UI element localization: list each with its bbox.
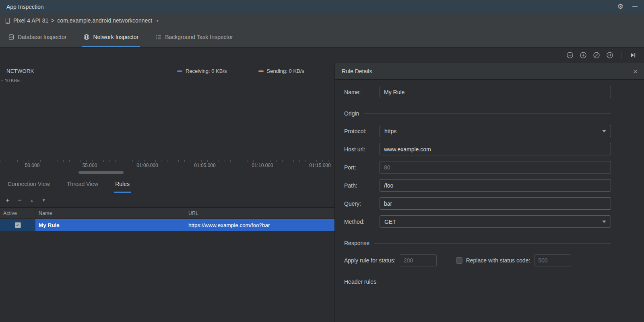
timeline-tick-label: 01:00.000 <box>136 163 158 168</box>
column-header-name[interactable]: Name <box>35 208 185 219</box>
rules-toolbar: + − ▲ ▼ <box>0 193 334 208</box>
chevron-down-icon: ▾ <box>156 18 159 23</box>
tab-thread-view[interactable]: Thread View <box>66 176 99 193</box>
sending-swatch-icon <box>258 70 264 72</box>
rule-url-cell[interactable]: https://www.example.com/foo?bar <box>185 219 334 231</box>
zoom-to-selection-button[interactable] <box>606 51 614 59</box>
timeline-tick-label: 01:05.000 <box>194 163 215 168</box>
method-value: GET <box>384 219 396 225</box>
query-input[interactable] <box>380 197 611 210</box>
rule-details-panel: Rule Details × Name: Origin Protocol: ht… <box>335 63 644 322</box>
toolbar-divider <box>621 51 621 59</box>
dropdown-arrow-icon <box>602 130 606 132</box>
move-rule-down-button[interactable]: ▼ <box>42 198 46 202</box>
y-axis-tick <box>1 80 3 81</box>
method-field-row: Method: GET <box>344 215 611 228</box>
method-label: Method: <box>344 219 380 225</box>
network-chart-title: NETWORK <box>6 68 34 74</box>
task-list-icon <box>155 34 162 40</box>
protocol-select[interactable]: https <box>380 125 611 137</box>
path-field-row: Path: <box>344 179 611 192</box>
status-code-input[interactable] <box>400 254 437 266</box>
scrollbar-thumb[interactable] <box>78 171 124 174</box>
rule-active-checkbox[interactable]: ✓ <box>15 222 21 228</box>
name-label: Name: <box>344 89 380 95</box>
device-bar: Pixel 4 API 31 > com.example.android.net… <box>0 13 644 28</box>
rule-details-title: Rule Details <box>342 68 372 74</box>
origin-section-label: Origin <box>344 110 359 117</box>
device-process-selector[interactable]: Pixel 4 API 31 > com.example.android.net… <box>5 17 159 24</box>
remove-rule-button[interactable]: − <box>18 197 22 204</box>
table-row[interactable]: ✓ My Rule https://www.example.com/foo?ba… <box>0 219 334 231</box>
view-tab-bar: Connection View Thread View Rules <box>0 176 334 193</box>
close-icon[interactable]: × <box>633 68 638 75</box>
timeline-tick-label: 01:15.000 <box>309 163 330 168</box>
response-section-label: Response <box>344 240 369 246</box>
column-header-active[interactable]: Active <box>0 208 35 219</box>
title-bar: App Inspection ⚙ <box>0 0 644 13</box>
reset-zoom-button[interactable] <box>592 51 601 59</box>
y-axis-label: 10 KB/s <box>1 78 21 83</box>
apply-status-label: Apply rule for status: <box>344 257 396 264</box>
axis-tick-marks <box>0 160 334 162</box>
main-content: NETWORK 10 KB/s Receiving: 0 KB/s Sendin… <box>0 63 644 322</box>
device-separator: > <box>51 17 54 24</box>
add-rule-button[interactable]: + <box>6 197 10 204</box>
legend-receiving: Receiving: 0 KB/s <box>177 68 227 74</box>
protocol-value: https <box>384 128 396 134</box>
tab-background-task-inspector[interactable]: Background Task Inspector <box>154 28 235 47</box>
rule-details-header: Rule Details × <box>335 63 644 80</box>
dropdown-arrow-icon <box>602 221 606 223</box>
window-title: App Inspection <box>6 4 44 10</box>
settings-gear-icon[interactable]: ⚙ <box>617 3 623 10</box>
horizontal-scrollbar <box>0 170 334 176</box>
rule-details-body: Name: Origin Protocol: https Host url: <box>335 80 644 322</box>
replace-status-code-input[interactable] <box>534 254 571 266</box>
path-label: Path: <box>344 182 380 189</box>
protocol-label: Protocol: <box>344 128 380 134</box>
database-icon <box>8 34 14 40</box>
timeline-axis: 50.000 55.000 01:00.000 01:05.000 01:10.… <box>0 160 334 170</box>
timeline-tick-label: 50.000 <box>25 163 40 168</box>
rule-active-cell: ✓ <box>0 219 35 231</box>
legend-sending: Sending: 0 KB/s <box>258 68 304 74</box>
protocol-field-row: Protocol: https <box>344 125 611 137</box>
rule-name-cell[interactable]: My Rule <box>35 219 185 231</box>
minimize-icon[interactable] <box>632 6 638 7</box>
name-field-row: Name: <box>344 86 611 98</box>
receiving-swatch-icon <box>177 70 182 72</box>
tab-network-inspector[interactable]: Network Inspector <box>82 28 140 47</box>
timeline-tick-label: 55.000 <box>83 163 97 168</box>
phone-icon <box>5 17 10 24</box>
chart-legend: Receiving: 0 KB/s Sending: 0 KB/s <box>177 68 304 74</box>
method-select[interactable]: GET <box>380 215 611 228</box>
device-name: Pixel 4 API 31 <box>13 17 48 24</box>
globe-icon <box>83 34 90 40</box>
tab-connection-view[interactable]: Connection View <box>6 176 51 193</box>
network-chart: NETWORK 10 KB/s Receiving: 0 KB/s Sendin… <box>0 63 334 160</box>
zoom-out-button[interactable] <box>566 51 574 59</box>
inspector-tab-bar: Database Inspector Network Inspector Bac… <box>0 28 644 47</box>
zoom-in-button[interactable] <box>579 51 587 59</box>
rule-name-input[interactable] <box>380 86 611 98</box>
tab-label: Network Inspector <box>93 34 138 40</box>
origin-section: Origin <box>344 110 611 117</box>
column-header-url[interactable]: URL <box>185 208 334 219</box>
header-rules-section-label: Header rules <box>344 279 376 285</box>
move-rule-up-button[interactable]: ▲ <box>30 198 34 202</box>
response-section-divider <box>374 243 611 244</box>
header-rules-section-divider <box>381 282 611 282</box>
path-input[interactable] <box>380 179 611 192</box>
port-input[interactable] <box>380 161 611 173</box>
port-field-row: Port: <box>344 161 611 173</box>
tab-rules[interactable]: Rules <box>114 176 131 193</box>
host-url-input[interactable] <box>380 143 611 155</box>
process-name: com.example.android.networkconnect <box>57 17 152 24</box>
tab-label: Background Task Inspector <box>165 34 233 40</box>
rules-table-empty-area <box>0 231 334 322</box>
jump-to-live-button[interactable] <box>629 51 637 59</box>
replace-status-checkbox[interactable] <box>456 257 462 264</box>
app-inspection-window: App Inspection ⚙ Pixel 4 API 31 > com.ex… <box>0 0 644 322</box>
tab-label: Database Inspector <box>18 34 66 40</box>
tab-database-inspector[interactable]: Database Inspector <box>6 28 68 47</box>
